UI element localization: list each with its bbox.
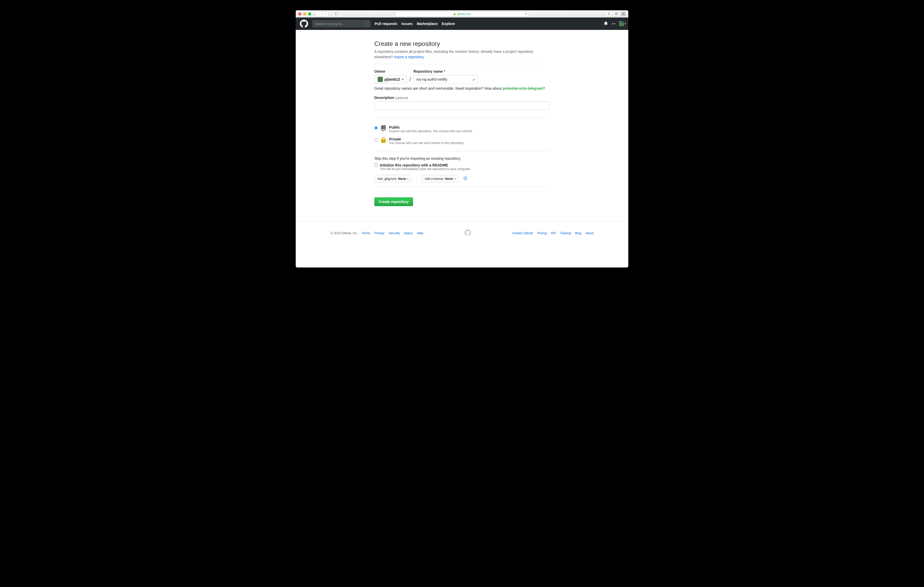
page-lead: A repository contains all project files,…: [375, 49, 549, 60]
user-menu-button[interactable]: ▾: [619, 21, 624, 26]
header-right: +▾ ▾: [604, 21, 624, 26]
nav-issues[interactable]: Issues: [401, 21, 413, 26]
checkmark-icon: [472, 77, 476, 81]
svg-point-5: [465, 178, 465, 178]
svg-rect-0: [335, 13, 338, 15]
github-mark-icon: [465, 230, 471, 236]
plus-icon: +: [612, 21, 614, 26]
repo-name-hint: Great repository names are short and mem…: [375, 86, 549, 90]
import-repo-link[interactable]: Import a repository.: [394, 55, 425, 59]
owner-select-button[interactable]: pjlamb12 ▾: [375, 75, 407, 84]
create-menu-button[interactable]: +▾: [612, 21, 615, 26]
template-dropdowns: Add .gitignore: None▾ Add a license: Non…: [375, 175, 549, 183]
footer-contact[interactable]: Contact GitHub: [512, 232, 533, 235]
divider: [375, 151, 549, 151]
minimize-window-button[interactable]: [303, 12, 306, 15]
window-controls: [298, 12, 311, 15]
description-label: Description (optional): [375, 95, 549, 100]
owner-avatar: [378, 77, 383, 82]
public-desc: Anyone can see this repository. You choo…: [389, 129, 473, 133]
close-window-button[interactable]: [298, 12, 301, 15]
page-title: Create a new repository: [375, 40, 549, 48]
license-info-button[interactable]: [464, 176, 467, 181]
url-host: github.com: [457, 12, 471, 15]
gitignore-value: None: [398, 177, 406, 181]
gitignore-dropdown[interactable]: Add .gitignore: None▾: [375, 175, 411, 183]
license-value: None: [445, 177, 453, 181]
nav-pull-requests[interactable]: Pull requests: [375, 21, 397, 26]
main-content: Create a new repository A repository con…: [369, 30, 555, 214]
desc-label-text: Description: [375, 95, 394, 100]
maximize-window-button[interactable]: [308, 12, 311, 15]
gitignore-label: Add .gitignore:: [377, 177, 397, 181]
back-button[interactable]: ‹: [316, 12, 322, 16]
suggested-name-link[interactable]: potential-octo-telegram: [503, 86, 543, 90]
skip-hint: Skip this step if you're importing an ex…: [375, 156, 549, 161]
required-asterisk: *: [444, 69, 445, 74]
lock-icon: 🔒: [453, 12, 456, 15]
bell-icon: [604, 21, 608, 25]
chevron-down-icon: ▾: [625, 22, 626, 25]
svg-rect-6: [465, 178, 465, 179]
readme-title: Initialize this repository with a README: [380, 163, 471, 167]
reload-icon[interactable]: ⟳: [525, 12, 527, 15]
footer: © 2019 GitHub, Inc. Terms Privacy Securi…: [330, 230, 594, 237]
private-desc: You choose who can see and commit to thi…: [389, 141, 464, 145]
dropdown-separator: [416, 176, 417, 181]
search-wrapper: /: [312, 20, 370, 27]
repo-icon: [380, 125, 386, 132]
readme-desc: This will let you immediately clone the …: [380, 167, 471, 171]
footer-privacy[interactable]: Privacy: [375, 232, 384, 235]
owner-repo-separator: /: [409, 76, 411, 84]
footer-status[interactable]: Status: [404, 232, 413, 235]
footer-help[interactable]: Help: [417, 232, 423, 235]
nav-marketplace[interactable]: Marketplace: [417, 21, 438, 26]
github-header: / Pull requests Issues Marketplace Explo…: [296, 18, 628, 30]
footer-terms[interactable]: Terms: [362, 232, 370, 235]
footer-github-logo[interactable]: [465, 230, 471, 237]
nav-explore[interactable]: Explore: [442, 21, 455, 26]
footer-about[interactable]: About: [586, 232, 594, 235]
search-input[interactable]: [312, 20, 370, 27]
tabs-button[interactable]: [613, 12, 620, 16]
visibility-private-radio[interactable]: [375, 138, 378, 141]
browser-nav-buttons: ‹ ›: [316, 12, 329, 16]
url-bar[interactable]: 🔒 github.com ⟳: [395, 12, 529, 16]
owner-repo-row: Owner pjlamb12 ▾ / Repository name *: [375, 69, 549, 84]
forward-button[interactable]: ›: [322, 12, 328, 16]
sidebar-icon: [335, 13, 338, 15]
github-logo[interactable]: [300, 20, 308, 28]
visibility-public-radio[interactable]: [375, 126, 378, 130]
notifications-button[interactable]: [604, 21, 608, 26]
notification-dot-icon: [622, 21, 625, 23]
footer-wrap: © 2019 GitHub, Inc. Terms Privacy Securi…: [296, 222, 628, 244]
hint-suffix: ?: [543, 86, 545, 90]
visibility-public-row: Public Anyone can see this repository. Y…: [375, 123, 549, 135]
readme-row: Initialize this repository with a README…: [375, 163, 549, 171]
share-button[interactable]: [606, 12, 612, 16]
copyright: © 2019 GitHub, Inc.: [330, 232, 358, 235]
create-repository-button[interactable]: Create repository: [375, 197, 413, 206]
divider: [375, 118, 549, 118]
init-readme-checkbox[interactable]: [375, 163, 378, 166]
repo-name-input[interactable]: [414, 75, 478, 84]
footer-api[interactable]: API: [551, 232, 556, 235]
chevron-down-icon: ▾: [408, 178, 408, 180]
footer-security[interactable]: Security: [389, 232, 400, 235]
sidebar-toggle-button[interactable]: [333, 12, 340, 16]
footer-training[interactable]: Training: [560, 232, 571, 235]
public-title: Public: [389, 125, 473, 129]
private-title: Private: [389, 137, 464, 141]
description-input[interactable]: [375, 101, 549, 110]
svg-rect-3: [615, 13, 618, 15]
primary-nav: Pull requests Issues Marketplace Explore: [375, 21, 455, 26]
divider: [375, 187, 549, 187]
license-dropdown[interactable]: Add a license: None▾: [422, 175, 458, 183]
footer-pricing[interactable]: Pricing: [537, 232, 547, 235]
slash-key-hint: /: [365, 21, 369, 26]
license-label: Add a license:: [425, 177, 444, 181]
footer-blog[interactable]: Blog: [575, 232, 581, 235]
github-mark-icon: [300, 20, 308, 28]
owner-label: Owner: [375, 69, 407, 74]
new-tab-button[interactable]: +: [621, 12, 626, 16]
